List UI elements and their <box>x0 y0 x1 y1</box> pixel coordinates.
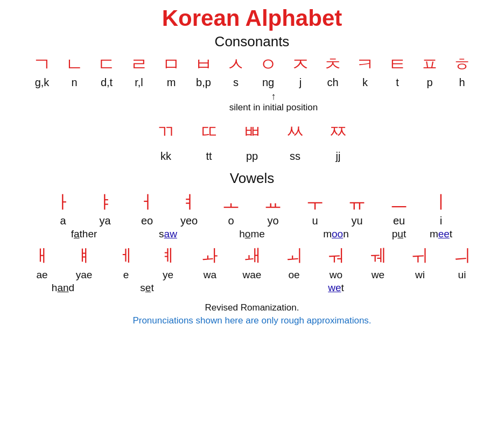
vowel-roman-4: yeo <box>168 215 210 227</box>
example-wet: wet <box>273 282 399 294</box>
vowel2-roman-6: wae <box>231 269 273 281</box>
vowel-char-3: ㅓ <box>126 190 168 214</box>
vowels-row1-roman: a ya eo yeo o yo u yu eu i <box>11 215 493 227</box>
consonant-roman-6: b,p <box>187 76 220 89</box>
vowel2-roman-2: yae <box>63 269 105 281</box>
vowel2-char-5: ㅘ <box>189 244 231 268</box>
vowel-roman-8: yu <box>336 215 378 227</box>
example-set: set <box>105 282 189 294</box>
ng-note: ↑ silent in initial position <box>11 91 493 113</box>
vowel-roman-1: a <box>42 215 84 227</box>
vowels-row2-roman: ae yae e ye wa wae oe wo we wi ui <box>11 269 493 281</box>
vowel2-char-9: ㅞ <box>357 244 399 268</box>
double-consonant-roman-5: jj <box>317 150 360 163</box>
vowel2-roman-7: oe <box>273 269 315 281</box>
double-consonant-char-2: ㄸ <box>187 121 230 143</box>
consonant-roman-3: d,t <box>90 76 123 89</box>
vowel-roman-7: u <box>294 215 336 227</box>
vowel2-char-8: ㅝ <box>315 244 357 268</box>
consonant-char-5: ㅁ <box>155 53 187 75</box>
vowel-char-8: ㅠ <box>336 190 378 214</box>
vowel2-char-3: ㅔ <box>105 244 147 268</box>
double-consonant-char-1: ㄲ <box>144 121 187 143</box>
consonant-roman-10: ch <box>317 76 349 89</box>
consonant-roman-12: t <box>381 76 414 89</box>
double-consonant-roman-4: ss <box>274 150 317 163</box>
consonant-roman-14: h <box>446 76 478 89</box>
vowel-char-6: ㅛ <box>252 190 294 214</box>
consonant-char-14: ㅎ <box>446 53 478 75</box>
vowel-roman-3: eo <box>126 215 168 227</box>
vowel-char-5: ㅗ <box>210 190 252 214</box>
vowel-char-2: ㅑ <box>84 190 126 214</box>
consonant-roman-1: g,k <box>26 76 58 89</box>
consonant-char-3: ㄷ <box>90 53 123 75</box>
vowel2-char-6: ㅙ <box>231 244 273 268</box>
consonant-roman-7: s <box>220 76 252 89</box>
example-moon: moon <box>294 228 378 240</box>
vowels-row1-examples: father saw home moon put meet <box>11 228 493 240</box>
consonant-char-11: ㅋ <box>349 53 381 75</box>
double-consonants-korean-row: ㄲ ㄸ ㅃ ㅆ ㅉ <box>11 121 493 143</box>
example-put: put <box>378 228 420 240</box>
consonant-roman-8: ng <box>252 76 284 89</box>
vowel-char-9: ㅡ <box>378 190 420 214</box>
vowels-row1-korean: ㅏ ㅑ ㅓ ㅕ ㅗ ㅛ ㅜ ㅠ ㅡ ㅣ <box>11 190 493 214</box>
consonant-roman-2: n <box>58 76 90 89</box>
double-consonant-roman-2: tt <box>187 150 230 163</box>
consonant-char-1: ㄱ <box>26 53 58 75</box>
ng-arrow: ↑ <box>271 91 276 102</box>
consonant-roman-9: j <box>284 76 317 89</box>
consonant-roman-4: r,l <box>123 76 155 89</box>
consonant-char-9: ㅈ <box>284 53 317 75</box>
double-consonant-roman-1: kk <box>144 150 187 163</box>
double-consonant-char-3: ㅃ <box>230 121 274 143</box>
vowel-char-1: ㅏ <box>42 190 84 214</box>
consonant-char-12: ㅌ <box>381 53 414 75</box>
example-father: father <box>42 228 126 240</box>
consonant-char-8: ㅇ <box>252 53 284 75</box>
vowel-roman-2: ya <box>84 215 126 227</box>
vowels-row2-examples: hand set wet <box>11 282 493 294</box>
double-consonant-char-4: ㅆ <box>274 121 317 143</box>
consonant-char-10: ㅊ <box>317 53 349 75</box>
vowels-heading: Vowels <box>11 170 493 187</box>
vowel-roman-5: o <box>210 215 252 227</box>
vowel-roman-10: i <box>420 215 462 227</box>
vowel2-char-1: ㅐ <box>21 244 63 268</box>
vowel2-roman-5: wa <box>189 269 231 281</box>
consonant-char-6: ㅂ <box>187 53 220 75</box>
consonants-heading: Consonants <box>11 33 493 50</box>
example-saw: saw <box>126 228 210 240</box>
consonant-char-7: ㅅ <box>220 53 252 75</box>
vowel2-roman-11: ui <box>441 269 483 281</box>
double-consonant-char-5: ㅉ <box>317 121 360 143</box>
vowel-char-10: ㅣ <box>420 190 462 214</box>
vowel-roman-9: eu <box>378 215 420 227</box>
example-meet: meet <box>420 228 462 240</box>
vowel-char-7: ㅜ <box>294 190 336 214</box>
vowel2-roman-3: e <box>105 269 147 281</box>
vowel-char-4: ㅕ <box>168 190 210 214</box>
page-title: Korean Alphabet <box>11 5 493 31</box>
consonant-char-13: ㅍ <box>414 53 446 75</box>
vowel2-char-7: ㅚ <box>273 244 315 268</box>
ng-note-text: silent in initial position <box>229 102 318 113</box>
double-consonants-roman-row: kk tt pp ss jj <box>11 150 493 163</box>
vowel2-char-10: ㅟ <box>399 244 441 268</box>
vowel2-char-4: ㅖ <box>147 244 189 268</box>
vowel2-roman-10: wi <box>399 269 441 281</box>
footer: Revised Romanization. Pronunciations sho… <box>11 302 493 326</box>
consonants-korean-row: ㄱ ㄴ ㄷ ㄹ ㅁ ㅂ ㅅ ㅇ ㅈ ㅊ ㅋ ㅌ ㅍ ㅎ <box>11 53 493 75</box>
vowel2-roman-1: ae <box>21 269 63 281</box>
vowel2-roman-8: wo <box>315 269 357 281</box>
vowel2-roman-9: we <box>357 269 399 281</box>
consonants-roman-row: g,k n d,t r,l m b,p s ng j ch k t p h <box>11 76 493 89</box>
footer-revised: Revised Romanization. <box>11 302 493 313</box>
consonant-char-2: ㄴ <box>58 53 90 75</box>
example-home: home <box>210 228 294 240</box>
vowels-row2-korean: ㅐ ㅒ ㅔ ㅖ ㅘ ㅙ ㅚ ㅝ ㅞ ㅟ ㅢ <box>11 244 493 268</box>
consonant-roman-11: k <box>349 76 381 89</box>
vowel2-roman-4: ye <box>147 269 189 281</box>
consonant-roman-13: p <box>414 76 446 89</box>
